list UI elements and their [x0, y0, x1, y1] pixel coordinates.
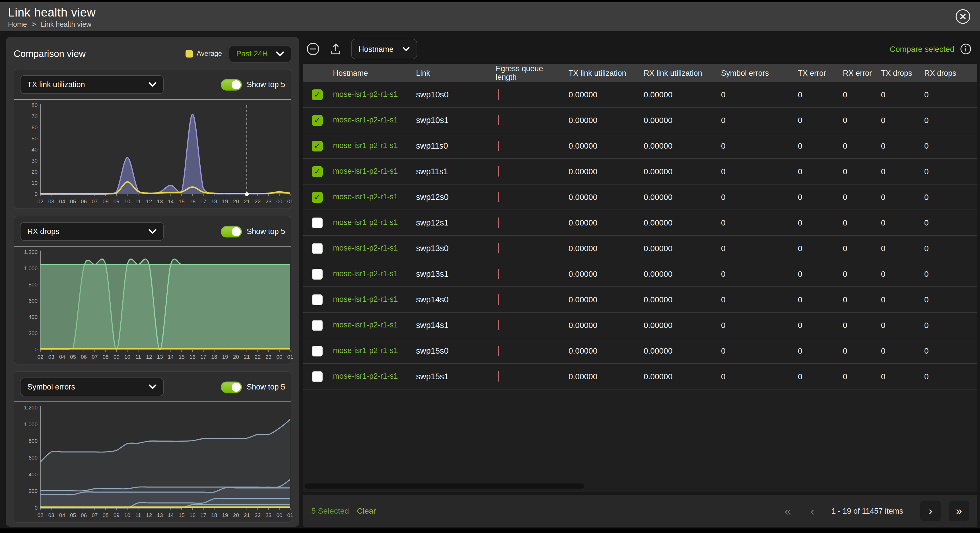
- export-button[interactable]: [327, 40, 344, 57]
- tx-error-value: 0: [798, 141, 843, 150]
- hostname-link[interactable]: mose-isr1-p2-r1-s1: [333, 371, 402, 381]
- row-checkbox[interactable]: [312, 320, 323, 330]
- table-row: ✓ mose-isr1-p2-r1-s1 swp10s1 0.00000 0.0…: [303, 108, 977, 133]
- svg-text:05: 05: [70, 354, 76, 360]
- egress-queue-indicator[interactable]: [498, 140, 499, 151]
- metric-select[interactable]: TX link utilization: [20, 75, 164, 94]
- first-page-button[interactable]: «: [784, 505, 791, 517]
- link-name: swp14s0: [416, 295, 496, 304]
- svg-text:23: 23: [266, 198, 272, 204]
- tx-drops-value: 0: [881, 167, 924, 176]
- rx-drops-value: 0: [924, 244, 977, 253]
- hostname-link[interactable]: mose-isr1-p2-r1-s1: [333, 89, 402, 100]
- svg-text:17: 17: [200, 198, 206, 204]
- hostname-link[interactable]: mose-isr1-p2-r1-s1: [333, 243, 402, 254]
- next-page-button[interactable]: ›: [920, 501, 941, 521]
- row-checkbox[interactable]: ✓: [312, 115, 323, 126]
- rx-link-utilization-value: 0.00000: [644, 372, 721, 381]
- close-button[interactable]: [955, 8, 971, 24]
- egress-queue-indicator[interactable]: [498, 217, 499, 228]
- show-top5-toggle[interactable]: [221, 79, 242, 90]
- row-checkbox[interactable]: [312, 294, 323, 305]
- hostname-link[interactable]: mose-isr1-p2-r1-s1: [333, 217, 402, 228]
- row-checkbox[interactable]: [312, 217, 323, 228]
- tx-link-utilization-value: 0.00000: [568, 295, 644, 304]
- hostname-link[interactable]: mose-isr1-p2-r1-s1: [333, 269, 402, 279]
- row-checkbox[interactable]: [312, 243, 323, 254]
- show-top5-toggle[interactable]: [221, 381, 242, 393]
- svg-text:60: 60: [32, 124, 38, 131]
- rx-error-value: 0: [843, 90, 881, 99]
- breadcrumb-home[interactable]: Home: [8, 21, 27, 29]
- row-checkbox[interactable]: [312, 268, 323, 279]
- svg-text:20: 20: [233, 198, 239, 204]
- compare-selected-link[interactable]: Compare selected: [890, 45, 955, 54]
- row-checkbox[interactable]: ✓: [312, 89, 323, 100]
- rx-error-value: 0: [843, 193, 881, 201]
- horizontal-scrollbar-thumb[interactable]: [304, 484, 584, 488]
- comparison-chart: 02004006008001,0001,20002030405060708091…: [20, 403, 295, 520]
- symbol-errors-value: 0: [721, 295, 798, 304]
- svg-text:80: 80: [32, 102, 38, 108]
- row-checkbox[interactable]: ✓: [312, 140, 323, 151]
- table-row: mose-isr1-p2-r1-s1 swp14s1 0.00000 0.000…: [303, 313, 977, 338]
- svg-text:20: 20: [233, 512, 239, 518]
- egress-queue-indicator[interactable]: [498, 294, 499, 305]
- egress-queue-indicator[interactable]: [498, 166, 499, 177]
- metric-select-value: Symbol errors: [27, 383, 75, 391]
- rx-error-value: 0: [843, 116, 881, 125]
- row-checkbox[interactable]: ✓: [312, 191, 323, 203]
- table-row: ✓ mose-isr1-p2-r1-s1 swp11s1 0.00000 0.0…: [303, 159, 977, 185]
- prev-page-button[interactable]: ‹: [810, 505, 815, 517]
- horizontal-scrollbar: [304, 484, 978, 488]
- hostname-link[interactable]: mose-isr1-p2-r1-s1: [333, 192, 402, 202]
- egress-queue-indicator[interactable]: [498, 346, 499, 356]
- hostname-link[interactable]: mose-isr1-p2-r1-s1: [333, 346, 402, 356]
- egress-queue-indicator[interactable]: [498, 89, 499, 100]
- tx-drops-value: 0: [881, 116, 924, 125]
- clear-selection-button[interactable]: Clear: [357, 506, 376, 515]
- egress-queue-indicator[interactable]: [498, 269, 499, 279]
- info-icon[interactable]: [960, 43, 972, 55]
- svg-text:04: 04: [59, 354, 65, 360]
- svg-text:600: 600: [29, 298, 38, 304]
- svg-text:06: 06: [81, 512, 87, 518]
- metric-select[interactable]: Symbol errors: [20, 378, 164, 396]
- rx-link-utilization-value: 0.00000: [644, 218, 721, 227]
- egress-queue-indicator[interactable]: [498, 192, 499, 202]
- rx-drops-value: 0: [924, 321, 977, 330]
- rx-error-value: 0: [843, 346, 881, 355]
- egress-queue-indicator[interactable]: [498, 243, 499, 254]
- column-header: TX link utilization: [568, 69, 644, 77]
- collapse-rows-button[interactable]: [304, 40, 321, 57]
- last-page-button[interactable]: »: [949, 501, 969, 521]
- hostname-link[interactable]: mose-isr1-p2-r1-s1: [333, 320, 402, 330]
- svg-text:30: 30: [32, 158, 38, 164]
- row-checkbox[interactable]: [312, 345, 323, 356]
- symbol-errors-value: 0: [721, 269, 798, 278]
- metric-select-value: TX link utilization: [27, 80, 85, 89]
- svg-text:05: 05: [70, 512, 76, 518]
- hostname-link[interactable]: mose-isr1-p2-r1-s1: [333, 166, 402, 177]
- group-by-select[interactable]: Hostname: [351, 39, 417, 59]
- hostname-link[interactable]: mose-isr1-p2-r1-s1: [333, 140, 402, 151]
- egress-queue-indicator[interactable]: [498, 320, 499, 330]
- rx-link-utilization-value: 0.00000: [644, 321, 721, 330]
- egress-queue-indicator[interactable]: [498, 115, 499, 125]
- hostname-link[interactable]: mose-isr1-p2-r1-s1: [333, 294, 402, 305]
- average-legend: Average: [185, 49, 222, 57]
- tx-drops-value: 0: [881, 295, 924, 304]
- hostname-link[interactable]: mose-isr1-p2-r1-s1: [333, 115, 402, 125]
- egress-queue-indicator[interactable]: [498, 371, 499, 381]
- show-top5-toggle[interactable]: [221, 226, 242, 237]
- link-name: swp13s1: [416, 269, 496, 278]
- card-divider: [14, 246, 291, 247]
- svg-text:02: 02: [37, 354, 43, 360]
- time-range-select[interactable]: Past 24H: [229, 45, 291, 62]
- row-checkbox[interactable]: ✓: [312, 166, 323, 177]
- row-checkbox[interactable]: [312, 371, 323, 382]
- svg-text:12: 12: [146, 512, 152, 518]
- svg-text:14: 14: [168, 512, 174, 518]
- symbol-errors-value: 0: [721, 244, 798, 253]
- metric-select[interactable]: RX drops: [20, 222, 164, 241]
